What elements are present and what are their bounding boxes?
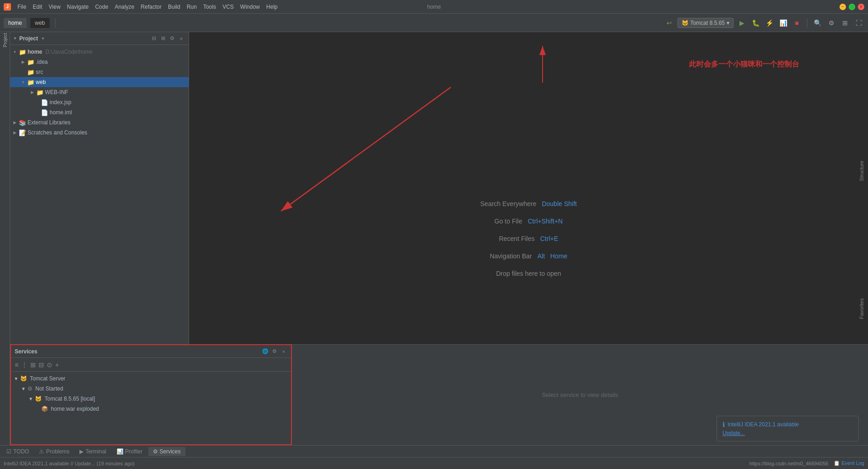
scratch-icon-scratches: 📝 <box>19 129 26 136</box>
close-button[interactable]: × <box>858 4 864 10</box>
svc-tomcat-local[interactable]: ▾ 🐱 Tomcat 8.5.65 [local] <box>11 394 291 404</box>
svc-not-started[interactable]: ▾ ⚙ Not Started <box>11 384 291 394</box>
status-bar: IntelliJ IDEA 2021.1 available // Update… <box>0 457 868 469</box>
bottom-tab-terminal[interactable]: ▶ Terminal <box>75 447 111 456</box>
bottom-tab-profiler[interactable]: 📊 Profiler <box>112 447 147 456</box>
services-close-icon[interactable]: × <box>280 348 287 355</box>
left-sidebar-strip: Project <box>0 32 10 445</box>
profile-button[interactable]: 📊 <box>778 17 789 28</box>
settings-icon[interactable]: ⚙ <box>168 35 176 42</box>
tab-web[interactable]: web <box>30 18 50 28</box>
toolbar-separator <box>55 18 56 28</box>
debug-button[interactable]: 🐛 <box>750 17 761 28</box>
hint-label-gotofile: Go to File <box>494 218 522 225</box>
run-config-label: Tomcat 8.5.65 <box>690 20 725 26</box>
menu-build[interactable]: Build <box>165 3 183 11</box>
bottom-tab-todo[interactable]: ☑ TODO <box>2 447 34 456</box>
menu-analyze[interactable]: Analyze <box>112 3 137 11</box>
tree-item-web[interactable]: ▾ 📁 web <box>10 77 189 87</box>
svc-tomcat-local-icon: 🐱 <box>35 396 42 402</box>
services-panel: Services 🌐 ⚙ × ≡ ⋮ ⊞ ⊟ ⊙ + ▾ 🐱 Tomcat Se… <box>10 344 292 445</box>
services-globe-icon[interactable]: 🌐 <box>262 348 269 355</box>
menu-code[interactable]: Code <box>92 3 111 11</box>
tree-item-idea[interactable]: ▶ 📁 .idea <box>10 57 189 67</box>
menu-navigate[interactable]: Navigate <box>64 3 91 11</box>
problems-icon: ⚠ <box>39 448 44 455</box>
tree-item-src[interactable]: 📁 src <box>10 67 189 77</box>
svc-arrow-local: ▾ <box>29 396 32 402</box>
tree-arrow-webinf: ▶ <box>29 90 35 95</box>
search-button[interactable]: 🔍 <box>812 17 823 28</box>
tree-item-home[interactable]: ▾ 📁 home D:\JavaCode\home <box>10 47 189 57</box>
tree-item-scratches[interactable]: ▶ 📝 Scratches and Consoles <box>10 128 189 138</box>
tree-item-extlib[interactable]: ▶ 📚 External Libraries <box>10 117 189 128</box>
tree-label-src: src <box>36 69 43 75</box>
minimize-button[interactable]: − <box>840 4 846 10</box>
svc-more-icon[interactable]: ⊙ <box>47 361 52 368</box>
notification-box: ℹ IntelliJ IDEA 2021.1 available Update.… <box>717 416 859 441</box>
folder-icon-webinf: 📁 <box>36 89 44 96</box>
svc-tomcat-server[interactable]: ▾ 🐱 Tomcat Server <box>11 374 291 384</box>
project-panel-header: ▾ Project ▾ ⊟ ⊞ ⚙ × <box>10 32 189 45</box>
svc-label-tomcat-local: Tomcat 8.5.65 [local] <box>45 396 95 402</box>
hint-shortcut-recent: Ctrl+E <box>540 235 558 242</box>
svc-war-exploded[interactable]: 📦 home:war exploded <box>11 404 291 414</box>
services-settings-icon[interactable]: ⚙ <box>271 348 278 355</box>
bottom-tab-services[interactable]: ⚙ Services <box>148 447 185 456</box>
svc-collapse-icon[interactable]: ≡ <box>15 361 18 368</box>
hint-navigation-bar: Navigation Bar Alt Home <box>490 252 567 260</box>
menu-run[interactable]: Run <box>184 3 200 11</box>
menu-vcs[interactable]: VCS <box>220 3 237 11</box>
toolbar-right-section: ↩ 🐱 Tomcat 8.5.65 ▾ ▶ 🐛 ⚡ 📊 ■ 🔍 ⚙ ⊞ ⛶ <box>664 17 864 28</box>
services-tree[interactable]: ▾ 🐱 Tomcat Server ▾ ⚙ Not Started ▾ 🐱 To… <box>11 372 291 444</box>
title-bar: J File Edit View Navigate Code Analyze R… <box>0 0 868 14</box>
close-panel-icon[interactable]: × <box>178 35 185 42</box>
tree-arrow-idea: ▶ <box>20 60 26 64</box>
svc-filter-icon[interactable]: ⊟ <box>39 361 44 368</box>
maximize-button[interactable]: □ <box>849 4 855 10</box>
run-button[interactable]: ▶ <box>736 17 747 28</box>
notification-update-link[interactable]: Update... <box>722 430 745 436</box>
tree-item-webinf[interactable]: ▶ 📁 WEB-INF <box>10 87 189 97</box>
status-message: IntelliJ IDEA 2021.1 available // Update… <box>4 461 134 466</box>
settings-button[interactable]: ⚙ <box>826 17 837 28</box>
maximize-editor-button[interactable]: ⛶ <box>853 17 864 28</box>
collapse-all-icon[interactable]: ⊟ <box>150 35 157 42</box>
svc-expand-icon[interactable]: ⋮ <box>21 361 28 368</box>
menu-refactor[interactable]: Refactor <box>138 3 164 11</box>
coverage-button[interactable]: ⚡ <box>764 17 775 28</box>
svc-group-icon[interactable]: ⊞ <box>30 361 36 368</box>
project-strip-icon[interactable]: Project <box>1 36 9 44</box>
notification-title-text: IntelliJ IDEA 2021.1 available <box>728 421 799 428</box>
menu-window[interactable]: Window <box>237 3 263 11</box>
menu-view[interactable]: View <box>46 3 63 11</box>
structure-panel-label[interactable]: Structure <box>859 161 868 181</box>
event-log-label[interactable]: 📋 Event Log <box>834 460 864 466</box>
bottom-tab-problems[interactable]: ⚠ Problems <box>34 447 74 456</box>
menu-tools[interactable]: Tools <box>201 3 219 11</box>
tab-home[interactable]: home <box>4 18 27 28</box>
svc-add-icon[interactable]: + <box>55 361 59 368</box>
tree-label-extlib: External Libraries <box>28 119 70 126</box>
tree-label-scratches: Scratches and Consoles <box>28 129 87 136</box>
tree-item-homeiml[interactable]: 📄 home.iml <box>10 107 189 117</box>
bottom-tab-problems-label: Problems <box>46 448 69 455</box>
navigate-back-button[interactable]: ↩ <box>664 17 675 28</box>
hint-shortcut-gotofile: Ctrl+Shift+N <box>528 218 563 225</box>
menu-help[interactable]: Help <box>263 3 280 11</box>
favorites-panel-label[interactable]: Favorites <box>859 298 868 319</box>
stop-button[interactable]: ■ <box>791 17 802 28</box>
hint-drop-files: Drop files here to open <box>496 270 561 277</box>
tree-item-indexjsp[interactable]: 📄 index.jsp <box>10 97 189 107</box>
expand-all-icon[interactable]: ⊞ <box>159 35 167 42</box>
services-panel-header: Services 🌐 ⚙ × <box>11 345 291 358</box>
menu-edit[interactable]: Edit <box>30 3 45 11</box>
select-service-placeholder: Select service to view details <box>542 391 618 398</box>
todo-icon: ☑ <box>6 448 11 455</box>
menu-file[interactable]: File <box>15 3 29 11</box>
lib-icon-extlib: 📚 <box>19 119 26 126</box>
services-toolbar: ≡ ⋮ ⊞ ⊟ ⊙ + <box>11 358 291 372</box>
run-config-selector[interactable]: 🐱 Tomcat 8.5.65 ▾ <box>678 18 734 28</box>
tree-label-web: web <box>36 79 46 85</box>
layout-button[interactable]: ⊞ <box>840 17 851 28</box>
